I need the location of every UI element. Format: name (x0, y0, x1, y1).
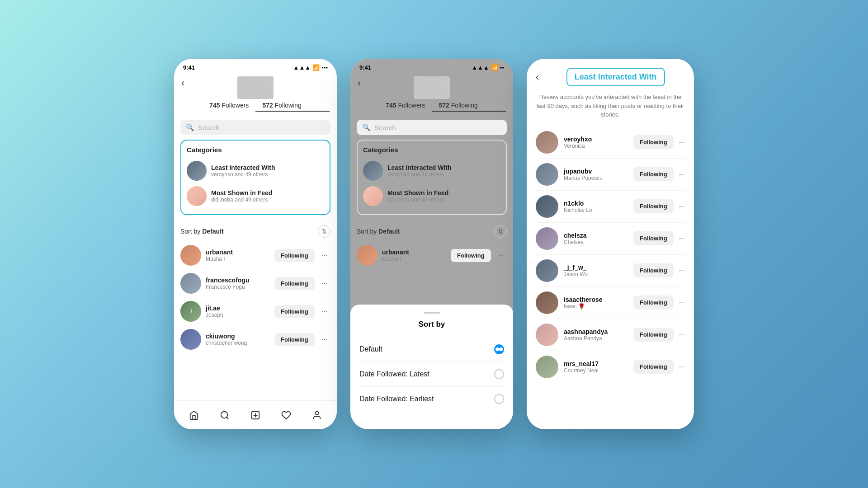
username-center-urbanant: urbanant (382, 249, 446, 256)
more-btn-jupanubv[interactable]: ··· (679, 170, 685, 178)
category-avatar-most (187, 186, 207, 206)
status-icons-center: ▲▲▲ 📶 ▪▪ (472, 64, 504, 71)
display-chelsza: Chelsea (564, 239, 628, 245)
search-icon-center: 🔍 (362, 123, 371, 131)
back-button-center[interactable]: ‹ (358, 77, 361, 89)
following-btn-isaac[interactable]: Following (633, 296, 674, 310)
sort-row-left: Sort by Default ⇅ (174, 220, 337, 241)
sort-sheet-title: Sort by (359, 320, 504, 329)
category-name-least: Least Interacted With (211, 164, 324, 171)
following-btn-urbanant[interactable]: Following (274, 249, 315, 262)
following-btn-chelsza[interactable]: Following (633, 231, 674, 245)
following-btn-jit[interactable]: Following (274, 305, 315, 318)
category-item-least[interactable]: Least Interacted With veroyhxo and 49 ot… (187, 158, 324, 183)
more-btn-mrs-neal[interactable]: ··· (679, 363, 685, 371)
category-sub-most: didi.boba and 49 others (211, 197, 324, 203)
search-bar-left[interactable]: 🔍 Search (180, 120, 330, 135)
category-info-most: Most Shown in Feed didi.boba and 49 othe… (211, 189, 324, 203)
profile-avatar-center (414, 76, 450, 99)
sort-label-center: Sort by Default (357, 228, 400, 235)
category-sub-least: veroyhxo and 49 others (211, 171, 324, 178)
more-btn-aashna[interactable]: ··· (679, 331, 685, 339)
right-description: Review accounts you've interacted with t… (536, 93, 685, 119)
status-bar-center: 9:41 ▲▲▲ 📶 ▪▪ (350, 59, 513, 74)
following-btn-ckiu[interactable]: Following (274, 333, 315, 346)
display-veroyhxo: Veronica (564, 143, 628, 149)
sort-icon-btn-left[interactable]: ⇅ (318, 225, 330, 238)
more-btn-urbanant[interactable]: ··· (319, 249, 330, 261)
more-btn-chelsza[interactable]: ··· (679, 235, 685, 243)
more-btn-jit[interactable]: ··· (319, 305, 330, 317)
display-francescofogu: Francesco Fogu (206, 284, 270, 290)
bottom-nav-left (174, 400, 337, 429)
list-item: n1cklo Nicholas Lo Following ··· (536, 191, 685, 223)
back-button-right[interactable]: ‹ (536, 71, 539, 83)
following-btn-jfw[interactable]: Following (633, 263, 674, 277)
category-name-center-most: Most Shown in Feed (387, 189, 500, 197)
username-isaac: isaactherose (564, 296, 628, 303)
category-name-center-least: Least Interacted With (387, 164, 500, 171)
user-info-chelsza: chelsza Chelsea (564, 232, 628, 245)
user-info-mrs-neal: mrs_neal17 Courtney Neal (564, 360, 628, 374)
category-info-center-most: Most Shown in Feed didi.boba and 49 othe… (387, 189, 500, 203)
more-btn-ckiu[interactable]: ··· (319, 333, 330, 345)
category-item-most[interactable]: Most Shown in Feed didi.boba and 49 othe… (187, 183, 324, 209)
nav-heart[interactable] (280, 409, 292, 422)
nav-search[interactable] (218, 409, 231, 422)
sort-label-left: Sort by Default (180, 228, 224, 235)
more-btn-center-urbanant[interactable]: ··· (495, 249, 507, 261)
following-label-left: Following (275, 102, 302, 109)
category-item-center-most[interactable]: Most Shown in Feed didi.boba and 49 othe… (363, 183, 500, 209)
tab-underline-left (255, 111, 330, 112)
following-count-left: 572 (262, 102, 273, 109)
username-jfw: _j_f_w_ (564, 264, 628, 271)
avatar-chelsza (536, 227, 558, 250)
category-sub-center-least: veroyhxo and 49 others (387, 171, 500, 178)
more-btn-veroyhxo[interactable]: ··· (679, 138, 685, 146)
following-btn-n1cklo[interactable]: Following (633, 199, 674, 213)
sort-option-latest[interactable]: Date Followed: Latest (359, 362, 504, 387)
display-jit: Joseph (206, 312, 270, 318)
nav-profile[interactable] (311, 409, 323, 422)
list-item: _j_f_w_ Jason Wu Following ··· (536, 255, 685, 287)
time-center: 9:41 (359, 64, 371, 71)
wifi-icon-center: 📶 (491, 64, 498, 71)
nav-plus[interactable] (249, 409, 262, 422)
following-btn-aashna[interactable]: Following (633, 328, 674, 342)
categories-title-center: Categories (363, 146, 500, 154)
list-item: isaactherose Isaac 🌹 Following ··· (536, 287, 685, 319)
search-placeholder-center: Search (374, 124, 396, 131)
search-bar-center[interactable]: 🔍 Search (357, 120, 507, 135)
display-ckiu: christopher wong (206, 340, 270, 346)
user-info-jit: jit.ae Joseph (206, 305, 270, 318)
category-avatar-center-least (363, 161, 383, 181)
battery-icon: ▪▪▪ (321, 64, 328, 71)
following-btn-jupanubv[interactable]: Following (633, 167, 674, 181)
display-center-urbanant: Masha I (382, 256, 446, 262)
sort-icon-btn-center[interactable]: ⇅ (494, 225, 507, 238)
following-btn-francescofogu[interactable]: Following (274, 277, 315, 290)
following-btn-veroyhxo[interactable]: Following (633, 135, 674, 149)
followers-stat-center: 745 Followers (386, 102, 425, 109)
category-avatar-center-most (363, 186, 383, 206)
following-btn-mrs-neal[interactable]: Following (633, 360, 674, 374)
sort-option-default[interactable]: Default (359, 337, 504, 362)
nav-home[interactable] (188, 409, 200, 422)
back-button-left[interactable]: ‹ (181, 77, 184, 89)
sort-option-latest-label: Date Followed: Latest (359, 370, 429, 378)
more-btn-francescofogu[interactable]: ··· (319, 277, 330, 289)
sort-option-earliest[interactable]: Date Followed: Earliest (359, 387, 504, 411)
search-placeholder-left: Search (198, 124, 220, 131)
more-btn-isaac[interactable]: ··· (679, 299, 685, 307)
more-btn-n1cklo[interactable]: ··· (679, 202, 685, 211)
category-item-center-least[interactable]: Least Interacted With veroyhxo and 49 ot… (363, 158, 500, 183)
avatar-isaac (536, 291, 558, 314)
username-jupanubv: jupanubv (564, 168, 628, 175)
followers-count-center: 745 (386, 102, 396, 109)
right-header: ‹ Least Interacted With (536, 68, 685, 86)
more-btn-jfw[interactable]: ··· (679, 267, 685, 275)
username-n1cklo: n1cklo (564, 200, 628, 207)
avatar-ckiu (180, 329, 201, 350)
username-jit: jit.ae (206, 305, 270, 312)
following-btn-center-urbanant[interactable]: Following (451, 249, 491, 262)
